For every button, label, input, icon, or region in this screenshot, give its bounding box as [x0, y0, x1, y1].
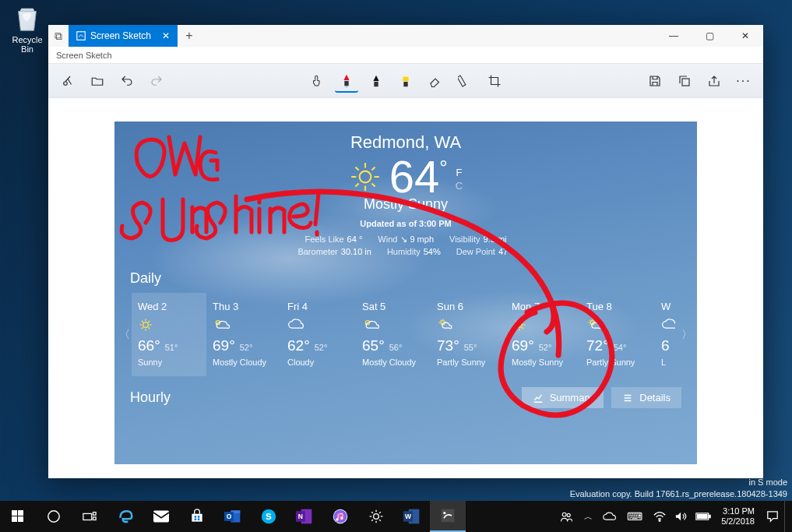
- open-button[interactable]: [86, 69, 109, 93]
- svg-line-19: [148, 327, 150, 329]
- day-lo: 56°: [389, 343, 403, 352]
- store-icon[interactable]: [179, 501, 215, 532]
- onedrive-icon[interactable]: [600, 501, 620, 532]
- screen-sketch-taskbar-icon[interactable]: [430, 501, 466, 532]
- day-cond: Sunny: [138, 358, 200, 367]
- day-name: Sat 5: [362, 301, 424, 312]
- svg-point-65: [374, 514, 379, 520]
- day-lo: 52°: [539, 343, 552, 352]
- itunes-icon[interactable]: [322, 501, 358, 532]
- people-icon[interactable]: [556, 501, 576, 532]
- day-hi: 73°: [437, 337, 459, 354]
- svg-point-79: [562, 513, 566, 516]
- details-button[interactable]: Details: [611, 387, 681, 408]
- more-button[interactable]: ···: [732, 69, 755, 93]
- svg-line-36: [516, 327, 517, 329]
- minimize-button[interactable]: —: [656, 25, 692, 47]
- svg-line-10: [371, 183, 375, 186]
- undo-button[interactable]: [115, 69, 139, 93]
- day-cond: Mostly Cloudy: [362, 358, 424, 367]
- share-button[interactable]: [702, 69, 726, 93]
- recycle-bin-label: Recycle Bin: [8, 35, 47, 54]
- svg-point-28: [517, 322, 523, 328]
- details-label: Details: [639, 392, 671, 403]
- pen-black-button[interactable]: [364, 69, 388, 93]
- network-icon[interactable]: [649, 501, 670, 532]
- tab-close-icon[interactable]: ✕: [162, 30, 170, 41]
- clock[interactable]: 3:10 PM 5/2/2018: [715, 506, 761, 526]
- day-card[interactable]: Wed 2 66°51° Sunny: [132, 293, 206, 376]
- day-icon: [512, 317, 574, 333]
- summary-button[interactable]: Summary: [522, 387, 604, 408]
- svg-text:W: W: [405, 513, 411, 520]
- task-view-button[interactable]: [72, 501, 107, 532]
- tab-title: Screen Sketch: [90, 30, 151, 41]
- svg-line-18: [142, 321, 143, 322]
- daily-next-button[interactable]: 〉: [680, 293, 694, 376]
- day-icon: [437, 317, 499, 333]
- weather-location: Redmond, WA: [114, 132, 697, 153]
- svg-text:N: N: [298, 513, 303, 520]
- start-button[interactable]: [0, 501, 36, 532]
- new-snip-button[interactable]: [56, 69, 79, 93]
- skype-icon[interactable]: S: [251, 501, 287, 532]
- volume-icon[interactable]: [671, 501, 692, 532]
- ruler-button[interactable]: [453, 69, 477, 93]
- close-button[interactable]: ✕: [727, 25, 763, 47]
- unit-c: C: [456, 180, 463, 193]
- show-desktop-button[interactable]: [784, 501, 789, 532]
- edge-icon[interactable]: [107, 501, 143, 532]
- canvas[interactable]: Redmond, WA 64° FC Mostly Sunny Updated …: [48, 98, 763, 478]
- pen-red-button[interactable]: [335, 69, 358, 93]
- day-card[interactable]: Tue 8 72°54° Partly Sunny: [580, 293, 655, 376]
- svg-rect-77: [442, 509, 455, 523]
- day-hi: 69°: [213, 337, 235, 354]
- tray-chevron-icon[interactable]: ︿: [578, 501, 598, 532]
- touch-writing-button[interactable]: [305, 69, 329, 93]
- daily-prev-button[interactable]: 〈: [118, 293, 132, 376]
- day-name: Tue 8: [586, 301, 649, 312]
- onenote-icon[interactable]: N: [287, 501, 322, 532]
- new-tab-button[interactable]: +: [178, 25, 201, 47]
- outlook-icon[interactable]: O: [215, 501, 251, 532]
- weather-temp: 64: [389, 154, 440, 199]
- stat-vis-val: 9.9 mi: [484, 234, 507, 244]
- action-center-icon[interactable]: [762, 501, 783, 532]
- save-button[interactable]: [643, 69, 667, 93]
- word-icon[interactable]: W: [394, 501, 430, 532]
- svg-rect-84: [698, 515, 708, 519]
- svg-point-81: [659, 520, 660, 521]
- day-card[interactable]: Sat 5 65°56° Mostly Cloudy: [356, 293, 431, 376]
- tab-screen-sketch[interactable]: Screen Sketch ✕: [69, 25, 178, 47]
- svg-line-72: [379, 512, 381, 513]
- svg-line-71: [379, 520, 381, 521]
- eraser-button[interactable]: [424, 69, 447, 93]
- day-card[interactable]: W 6 L: [655, 293, 675, 376]
- svg-line-33: [516, 321, 517, 322]
- titlebar: ⧉ Screen Sketch ✕ + — ▢ ✕: [48, 25, 763, 47]
- stat-baro-lbl: Barometer: [297, 247, 337, 256]
- day-card[interactable]: Mon 7 69°52° Mostly Sunny: [505, 293, 580, 376]
- maximize-button[interactable]: ▢: [692, 25, 727, 47]
- day-cond: Mostly Sunny: [512, 358, 574, 367]
- highlighter-button[interactable]: [394, 69, 417, 93]
- crop-button[interactable]: [483, 69, 506, 93]
- svg-line-70: [371, 512, 373, 513]
- day-card[interactable]: Fri 4 62°52° Cloudy: [281, 293, 356, 376]
- weather-updated: Updated as of 3:00 PM: [114, 219, 697, 228]
- input-indicator[interactable]: ⌨: [621, 501, 648, 532]
- copy-button[interactable]: [673, 69, 696, 93]
- desktop-recycle-bin[interactable]: Recycle Bin: [8, 4, 47, 54]
- svg-point-13: [143, 322, 149, 328]
- sets-previous-icon[interactable]: ⧉: [48, 25, 69, 47]
- redo-button[interactable]: [145, 69, 168, 93]
- battery-icon[interactable]: [693, 501, 713, 532]
- day-card[interactable]: Thu 3 69°52° Mostly Cloudy: [206, 293, 281, 376]
- weather-app-icon[interactable]: [358, 501, 394, 532]
- cortana-button[interactable]: [36, 501, 72, 532]
- mail-icon[interactable]: [143, 501, 179, 532]
- svg-line-11: [371, 167, 375, 170]
- svg-rect-3: [682, 79, 689, 86]
- day-card[interactable]: Sun 6 73°55° Partly Sunny: [431, 293, 505, 376]
- svg-line-40: [590, 320, 590, 321]
